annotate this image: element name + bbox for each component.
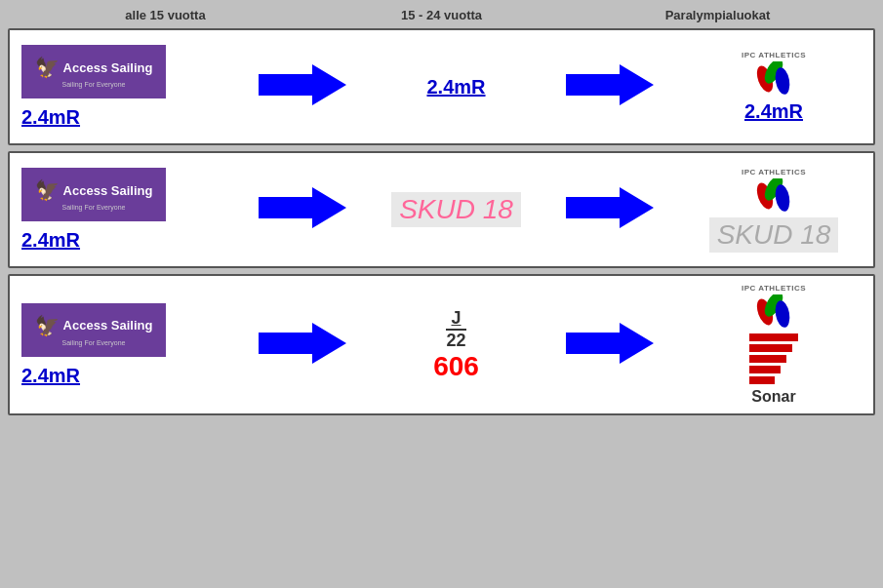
j22-top: J xyxy=(451,308,461,329)
boat-class-right-1: 2.4mR xyxy=(744,100,803,123)
svg-marker-11 xyxy=(566,323,654,364)
sonar-bar-2 xyxy=(749,344,792,352)
svg-marker-0 xyxy=(259,64,346,105)
j22-num: 22 xyxy=(446,329,465,351)
ipc-athletics-logo-3: IPC ATHLETICS xyxy=(742,284,806,330)
logo-text-2: Access Sailing xyxy=(63,183,153,198)
sonar-container: Sonar xyxy=(749,333,798,406)
sonar-bar-4 xyxy=(749,366,781,373)
logo-subtext-3: Sailing For Everyone xyxy=(62,339,126,346)
row-2: 🦅 Access Sailing Sailing For Everyone 2.… xyxy=(8,151,875,268)
logo-bird-icon-3: 🦅 xyxy=(35,314,60,337)
boat-class-right-2: SKUD 18 xyxy=(709,217,839,253)
j22-container: J 22 xyxy=(446,308,465,351)
boat-class-left-1: 2.4mR xyxy=(21,106,80,129)
ipc-athletics-text-1: IPC ATHLETICS xyxy=(742,51,806,59)
ipc-athletics-text-2: IPC ATHLETICS xyxy=(742,168,806,176)
arrow-right-icon-1a xyxy=(259,60,346,113)
logo-text-1: Access Sailing xyxy=(63,60,153,75)
header-row: alle 15 vuotta 15 - 24 vuotta Paralympia… xyxy=(8,8,875,22)
header-col1: alle 15 vuotta xyxy=(27,8,303,22)
boat-606: 606 xyxy=(433,351,479,382)
logo-text-3: Access Sailing xyxy=(63,318,153,333)
arrow-section-3b xyxy=(535,319,687,372)
access-sailing-logo-2: 🦅 Access Sailing Sailing For Everyone xyxy=(21,168,166,221)
left-section-2: 🦅 Access Sailing Sailing For Everyone 2.… xyxy=(21,168,226,252)
sonar-bar-3 xyxy=(749,355,786,363)
logo-bird-icon-1: 🦅 xyxy=(35,56,60,79)
arrow-section-1a xyxy=(226,60,379,113)
arrow-section-3a xyxy=(226,319,379,372)
arrow-right-icon-3a xyxy=(259,319,346,372)
arrow-right-icon-2b xyxy=(566,183,654,236)
svg-marker-10 xyxy=(259,323,346,364)
logo-subtext-1: Sailing For Everyone xyxy=(62,81,126,88)
arrow-right-icon-2a xyxy=(259,183,346,236)
svg-marker-5 xyxy=(259,187,346,228)
access-sailing-logo-1: 🦅 Access Sailing Sailing For Everyone xyxy=(21,45,166,98)
sonar-bar-5 xyxy=(749,376,775,384)
boat-class-left-3: 2.4mR xyxy=(21,365,80,387)
arrow-section-2a xyxy=(226,183,379,236)
ipc-athletics-text-3: IPC ATHLETICS xyxy=(742,284,806,293)
left-section-3: 🦅 Access Sailing Sailing For Everyone 2.… xyxy=(21,303,226,387)
logo-subtext-2: Sailing For Everyone xyxy=(62,204,126,211)
boat-class-middle-1: 2.4mR xyxy=(426,76,485,98)
arrow-section-2b xyxy=(535,183,687,236)
ipc-athletics-logo-2: IPC ATHLETICS xyxy=(742,168,806,214)
ipc-symbol-icon-2 xyxy=(755,178,792,214)
header-col2: 15 - 24 vuotta xyxy=(303,8,580,22)
sonar-bar-1 xyxy=(749,333,798,341)
arrow-right-icon-1b xyxy=(566,60,654,113)
access-sailing-logo-3: 🦅 Access Sailing Sailing For Everyone xyxy=(21,303,166,357)
ipc-symbol-icon-1 xyxy=(755,61,792,97)
sonar-label: Sonar xyxy=(751,388,795,406)
right-section-3: IPC ATHLETICS Sonar xyxy=(686,284,862,406)
left-section-1: 🦅 Access Sailing Sailing For Everyone 2.… xyxy=(21,45,226,129)
ipc-symbol-icon-3 xyxy=(755,294,792,330)
middle-section-1: 2.4mR xyxy=(379,76,535,98)
arrow-right-icon-3b xyxy=(566,319,654,372)
arrow-section-1b xyxy=(535,60,687,113)
row-3: 🦅 Access Sailing Sailing For Everyone 2.… xyxy=(8,274,875,415)
boat-class-middle-2: SKUD 18 xyxy=(391,192,521,227)
sonar-bars xyxy=(749,333,798,384)
boat-class-left-2: 2.4mR xyxy=(21,229,80,252)
header-col3: Paralympialuokat xyxy=(580,8,856,22)
right-section-1: IPC ATHLETICS 2.4mR xyxy=(686,51,862,123)
ipc-athletics-logo-1: IPC ATHLETICS xyxy=(742,51,806,97)
svg-marker-1 xyxy=(566,64,654,105)
svg-marker-6 xyxy=(566,187,654,228)
middle-section-3: J 22 606 xyxy=(379,308,535,382)
row-1: 🦅 Access Sailing Sailing For Everyone 2.… xyxy=(8,28,875,145)
main-container: 🦅 Access Sailing Sailing For Everyone 2.… xyxy=(8,28,875,415)
middle-section-2: SKUD 18 xyxy=(379,192,535,227)
right-section-2: IPC ATHLETICS SKUD 18 xyxy=(686,168,862,253)
logo-bird-icon-2: 🦅 xyxy=(35,178,60,202)
